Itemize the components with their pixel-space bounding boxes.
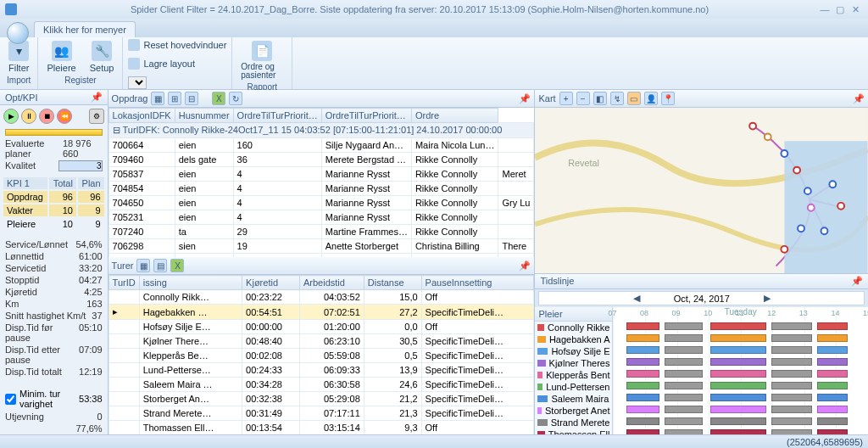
min-tur-checkbox[interactable]: Minim. tur varighet53:38 <box>0 387 108 411</box>
pin-icon[interactable]: 📌 <box>853 93 865 104</box>
filter-button[interactable]: ▾Filter <box>5 39 32 75</box>
timeline-bar[interactable] <box>771 358 812 366</box>
timeline-bar[interactable] <box>771 406 812 413</box>
timeline-name-row[interactable]: Saleem Maira <box>535 393 612 405</box>
stop-button[interactable]: ⏹ <box>39 109 54 124</box>
pleiere-button[interactable]: 👥Pleiere <box>43 39 79 75</box>
oppdrag-grid[interactable]: LokasjonIDFKHusnummerOrdreTilTurPriorit…… <box>108 108 535 257</box>
table-row[interactable]: Connolly Rikk…00:23:2204:03:5215,0Off <box>108 290 534 305</box>
timeline-bar[interactable] <box>665 417 703 425</box>
collapse-icon[interactable]: ⊟ <box>185 92 198 105</box>
pin-icon[interactable]: 📌 <box>91 92 103 103</box>
table-row[interactable]: Hofsøy Silje E…00:00:0001:20:000,0Off <box>108 320 534 334</box>
save-layout-button[interactable]: Lagre layout <box>128 58 195 70</box>
column-header[interactable]: PauseInnsetting <box>421 276 534 290</box>
timeline-bar[interactable] <box>771 334 812 342</box>
timeline-bar[interactable] <box>626 382 659 389</box>
timeline-bar[interactable] <box>710 322 766 330</box>
column-chooser-icon[interactable]: ▦ <box>151 92 164 105</box>
timeline-bar[interactable] <box>771 370 812 378</box>
timeline-bar[interactable] <box>817 358 848 366</box>
next-day-button[interactable]: ▶ <box>764 293 771 304</box>
prev-day-button[interactable]: ◀ <box>633 293 640 304</box>
map-canvas[interactable]: Revetal <box>535 108 868 273</box>
timeline-bar[interactable] <box>626 346 659 354</box>
timeline-bar[interactable] <box>626 417 659 425</box>
timeline-bar[interactable] <box>710 334 766 342</box>
timeline-name-row[interactable]: Strand Merete <box>535 417 612 428</box>
close-button[interactable]: ✕ <box>848 4 863 15</box>
reset-windows-button[interactable]: Reset hovedvinduer <box>128 39 226 51</box>
refresh-icon[interactable]: ↻ <box>229 92 242 105</box>
export-excel-icon[interactable]: X <box>170 259 184 272</box>
timeline-bar[interactable] <box>665 429 703 434</box>
timeline-bar[interactable] <box>665 346 703 354</box>
export-excel-icon[interactable]: X <box>212 92 225 105</box>
table-row[interactable]: Lund-Petterse…00:24:3306:09:3313,9Specif… <box>108 363 534 378</box>
pin-icon[interactable]: 📌 <box>851 276 863 287</box>
kvalitet-input[interactable] <box>58 160 103 171</box>
table-row[interactable]: Kjølner There…00:48:4006:23:1030,5Specif… <box>108 334 534 349</box>
column-header[interactable]: Distanse <box>364 276 421 290</box>
table-row[interactable]: 709460dels gate36Merete Bergstad …Rikke … <box>108 153 534 167</box>
timeline-bar[interactable] <box>817 417 848 425</box>
timeline-bar[interactable] <box>817 370 848 378</box>
table-row[interactable]: Thomassen Ell…00:13:5403:15:149,3Off <box>108 421 534 435</box>
column-header[interactable]: issing <box>139 276 242 290</box>
timeline-bar[interactable] <box>710 429 766 434</box>
column-chooser-icon[interactable]: ▦ <box>136 259 150 272</box>
timeline-bar[interactable] <box>817 334 848 342</box>
zoom-in-icon[interactable]: + <box>559 92 573 105</box>
zoom-out-icon[interactable]: − <box>576 92 590 105</box>
layout-select[interactable] <box>128 76 147 89</box>
timeline-bar[interactable] <box>771 382 812 389</box>
table-row[interactable]: Storberget An…00:32:3805:29:0821,2Specif… <box>108 392 534 406</box>
column-header[interactable]: Husnummer <box>175 109 233 123</box>
setup-button[interactable]: 🔧Setup <box>86 39 118 75</box>
table-row[interactable]: Saleem Maira …00:34:2806:30:5824,6Specif… <box>108 378 534 392</box>
rewind-button[interactable]: ⏪ <box>57 109 72 124</box>
map-layer-icon[interactable]: ◧ <box>593 92 607 105</box>
timeline-bar[interactable] <box>626 406 659 413</box>
pin-icon[interactable]: 📌 <box>519 260 531 272</box>
timeline-bar[interactable] <box>771 417 812 425</box>
timeline-bar[interactable] <box>665 370 703 378</box>
column-header[interactable]: LokasjonIDFK <box>108 109 175 123</box>
timeline-name-row[interactable]: Klepperås Bent <box>535 369 612 381</box>
table-row[interactable]: Strand Merete…00:31:4907:17:1121,3Specif… <box>108 406 534 421</box>
timeline-bar[interactable] <box>626 358 659 366</box>
timeline-bar[interactable] <box>665 334 703 342</box>
table-row[interactable]: 707240ta29Martine Frammes…Rikke Connolly <box>108 225 534 239</box>
timeline-bar[interactable] <box>665 322 703 330</box>
expand-icon[interactable]: ⊞ <box>168 92 181 105</box>
timeline-name-row[interactable]: Hagebakken A <box>535 333 612 345</box>
timeline-name-row[interactable]: Lund-Pettersen <box>535 381 612 393</box>
table-row[interactable]: 704854eien4Marianne RysstRikke Connolly <box>108 182 534 196</box>
timeline-bar[interactable] <box>710 406 766 413</box>
minimize-button[interactable]: — <box>817 4 832 14</box>
column-header[interactable]: OrdreTilTurPriorit… <box>233 109 321 123</box>
tab-menus[interactable]: Klikk her for menyer <box>34 21 136 37</box>
timeline-name-row[interactable]: Thomassen Ell <box>535 428 612 434</box>
group-row[interactable]: ⊟ TurIDFK: Connolly Rikke-24Oct17_11 15 … <box>108 123 534 138</box>
timeline-bar[interactable] <box>710 346 766 354</box>
table-row[interactable]: 705231eien4Marianne RysstRikke Connolly <box>108 210 534 225</box>
table-row[interactable]: 704650eien4Marianne RysstRikke ConnollyG… <box>108 196 534 210</box>
ordre-button[interactable]: 📄Ordre og pasienter <box>237 39 287 81</box>
timeline-chart[interactable]: Tuesday 070809101112131415 <box>613 307 868 434</box>
column-header[interactable]: Arbeidstid <box>299 276 364 290</box>
turer-grid[interactable]: TurIDissingKjøretidArbeidstidDistansePau… <box>108 275 535 434</box>
map-pin-icon[interactable]: 📍 <box>661 92 675 105</box>
maximize-button[interactable]: ▢ <box>832 4 848 15</box>
timeline-bar[interactable] <box>771 429 812 434</box>
table-row[interactable]: Klepperås Be…00:02:0805:59:080,5Specific… <box>108 349 534 363</box>
pin-icon[interactable]: 📌 <box>519 93 531 104</box>
timeline-name-row[interactable]: Kjølner Theres <box>535 357 612 369</box>
table-row[interactable]: 700664eien160Silje Nygaard An…Maira Nico… <box>108 138 534 153</box>
timeline-bar[interactable] <box>817 346 848 354</box>
map-people-icon[interactable]: 👤 <box>644 92 658 105</box>
settings-button[interactable]: ⚙ <box>89 109 104 124</box>
play-button[interactable]: ▶ <box>3 109 19 124</box>
timeline-bar[interactable] <box>771 394 812 401</box>
timeline-bar[interactable] <box>771 322 812 330</box>
